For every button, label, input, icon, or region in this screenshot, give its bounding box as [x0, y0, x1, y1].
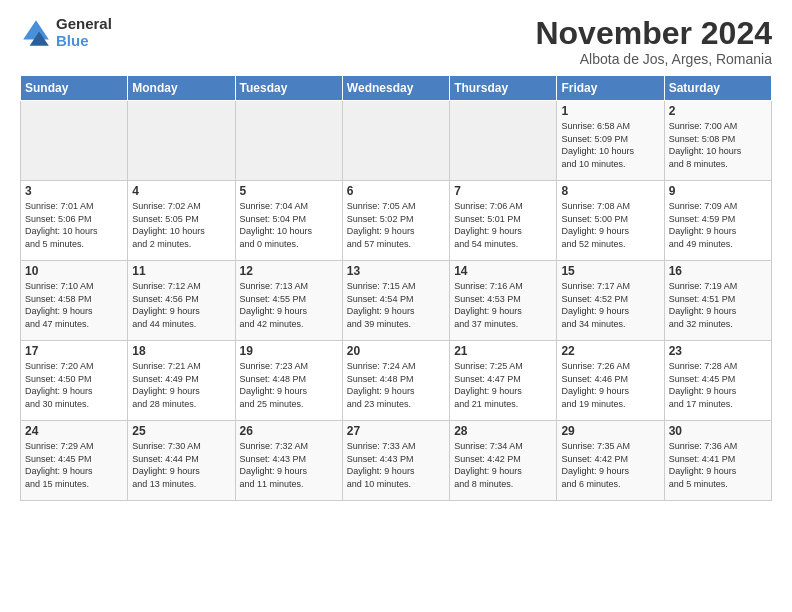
calendar-cell: 13Sunrise: 7:15 AMSunset: 4:54 PMDayligh…	[342, 261, 449, 341]
calendar-cell: 16Sunrise: 7:19 AMSunset: 4:51 PMDayligh…	[664, 261, 771, 341]
day-number: 28	[454, 424, 552, 438]
calendar-cell	[342, 101, 449, 181]
day-info: Sunrise: 7:04 AMSunset: 5:04 PMDaylight:…	[240, 200, 338, 250]
day-number: 19	[240, 344, 338, 358]
day-number: 6	[347, 184, 445, 198]
day-info: Sunrise: 7:35 AMSunset: 4:42 PMDaylight:…	[561, 440, 659, 490]
day-info: Sunrise: 7:21 AMSunset: 4:49 PMDaylight:…	[132, 360, 230, 410]
title-area: November 2024 Albota de Jos, Arges, Roma…	[535, 16, 772, 67]
calendar-cell: 19Sunrise: 7:23 AMSunset: 4:48 PMDayligh…	[235, 341, 342, 421]
calendar-cell: 20Sunrise: 7:24 AMSunset: 4:48 PMDayligh…	[342, 341, 449, 421]
calendar-cell: 6Sunrise: 7:05 AMSunset: 5:02 PMDaylight…	[342, 181, 449, 261]
day-number: 14	[454, 264, 552, 278]
calendar-cell: 17Sunrise: 7:20 AMSunset: 4:50 PMDayligh…	[21, 341, 128, 421]
day-info: Sunrise: 7:05 AMSunset: 5:02 PMDaylight:…	[347, 200, 445, 250]
location: Albota de Jos, Arges, Romania	[535, 51, 772, 67]
logo-text: General Blue	[56, 16, 112, 49]
day-info: Sunrise: 7:34 AMSunset: 4:42 PMDaylight:…	[454, 440, 552, 490]
day-number: 21	[454, 344, 552, 358]
calendar-cell: 30Sunrise: 7:36 AMSunset: 4:41 PMDayligh…	[664, 421, 771, 501]
day-number: 20	[347, 344, 445, 358]
header: General Blue November 2024 Albota de Jos…	[20, 16, 772, 67]
col-saturday: Saturday	[664, 76, 771, 101]
day-info: Sunrise: 7:00 AMSunset: 5:08 PMDaylight:…	[669, 120, 767, 170]
calendar-week-0: 1Sunrise: 6:58 AMSunset: 5:09 PMDaylight…	[21, 101, 772, 181]
page-container: General Blue November 2024 Albota de Jos…	[0, 0, 792, 511]
calendar-table: Sunday Monday Tuesday Wednesday Thursday…	[20, 75, 772, 501]
day-info: Sunrise: 7:30 AMSunset: 4:44 PMDaylight:…	[132, 440, 230, 490]
day-info: Sunrise: 7:24 AMSunset: 4:48 PMDaylight:…	[347, 360, 445, 410]
day-number: 3	[25, 184, 123, 198]
day-info: Sunrise: 7:13 AMSunset: 4:55 PMDaylight:…	[240, 280, 338, 330]
calendar-cell: 24Sunrise: 7:29 AMSunset: 4:45 PMDayligh…	[21, 421, 128, 501]
day-info: Sunrise: 7:08 AMSunset: 5:00 PMDaylight:…	[561, 200, 659, 250]
calendar-cell: 12Sunrise: 7:13 AMSunset: 4:55 PMDayligh…	[235, 261, 342, 341]
calendar-body: 1Sunrise: 6:58 AMSunset: 5:09 PMDaylight…	[21, 101, 772, 501]
day-info: Sunrise: 7:25 AMSunset: 4:47 PMDaylight:…	[454, 360, 552, 410]
calendar-cell: 25Sunrise: 7:30 AMSunset: 4:44 PMDayligh…	[128, 421, 235, 501]
day-info: Sunrise: 7:16 AMSunset: 4:53 PMDaylight:…	[454, 280, 552, 330]
day-info: Sunrise: 7:29 AMSunset: 4:45 PMDaylight:…	[25, 440, 123, 490]
calendar-cell: 23Sunrise: 7:28 AMSunset: 4:45 PMDayligh…	[664, 341, 771, 421]
day-number: 29	[561, 424, 659, 438]
month-title: November 2024	[535, 16, 772, 51]
day-info: Sunrise: 6:58 AMSunset: 5:09 PMDaylight:…	[561, 120, 659, 170]
calendar-header: Sunday Monday Tuesday Wednesday Thursday…	[21, 76, 772, 101]
col-wednesday: Wednesday	[342, 76, 449, 101]
day-number: 9	[669, 184, 767, 198]
day-number: 4	[132, 184, 230, 198]
day-number: 10	[25, 264, 123, 278]
day-info: Sunrise: 7:19 AMSunset: 4:51 PMDaylight:…	[669, 280, 767, 330]
calendar-cell: 27Sunrise: 7:33 AMSunset: 4:43 PMDayligh…	[342, 421, 449, 501]
day-number: 18	[132, 344, 230, 358]
calendar-week-1: 3Sunrise: 7:01 AMSunset: 5:06 PMDaylight…	[21, 181, 772, 261]
day-info: Sunrise: 7:02 AMSunset: 5:05 PMDaylight:…	[132, 200, 230, 250]
day-info: Sunrise: 7:32 AMSunset: 4:43 PMDaylight:…	[240, 440, 338, 490]
day-number: 16	[669, 264, 767, 278]
day-number: 24	[25, 424, 123, 438]
col-tuesday: Tuesday	[235, 76, 342, 101]
day-info: Sunrise: 7:23 AMSunset: 4:48 PMDaylight:…	[240, 360, 338, 410]
calendar-cell: 7Sunrise: 7:06 AMSunset: 5:01 PMDaylight…	[450, 181, 557, 261]
day-number: 5	[240, 184, 338, 198]
day-number: 7	[454, 184, 552, 198]
calendar-cell	[128, 101, 235, 181]
day-info: Sunrise: 7:10 AMSunset: 4:58 PMDaylight:…	[25, 280, 123, 330]
day-info: Sunrise: 7:28 AMSunset: 4:45 PMDaylight:…	[669, 360, 767, 410]
day-info: Sunrise: 7:17 AMSunset: 4:52 PMDaylight:…	[561, 280, 659, 330]
calendar-cell: 21Sunrise: 7:25 AMSunset: 4:47 PMDayligh…	[450, 341, 557, 421]
calendar-cell: 5Sunrise: 7:04 AMSunset: 5:04 PMDaylight…	[235, 181, 342, 261]
day-info: Sunrise: 7:06 AMSunset: 5:01 PMDaylight:…	[454, 200, 552, 250]
col-friday: Friday	[557, 76, 664, 101]
calendar-week-3: 17Sunrise: 7:20 AMSunset: 4:50 PMDayligh…	[21, 341, 772, 421]
day-info: Sunrise: 7:01 AMSunset: 5:06 PMDaylight:…	[25, 200, 123, 250]
day-number: 13	[347, 264, 445, 278]
day-info: Sunrise: 7:26 AMSunset: 4:46 PMDaylight:…	[561, 360, 659, 410]
day-number: 8	[561, 184, 659, 198]
calendar-cell: 10Sunrise: 7:10 AMSunset: 4:58 PMDayligh…	[21, 261, 128, 341]
day-number: 11	[132, 264, 230, 278]
logo-blue: Blue	[56, 33, 112, 50]
col-monday: Monday	[128, 76, 235, 101]
calendar-cell: 2Sunrise: 7:00 AMSunset: 5:08 PMDaylight…	[664, 101, 771, 181]
calendar-cell: 28Sunrise: 7:34 AMSunset: 4:42 PMDayligh…	[450, 421, 557, 501]
calendar-cell: 8Sunrise: 7:08 AMSunset: 5:00 PMDaylight…	[557, 181, 664, 261]
day-number: 15	[561, 264, 659, 278]
day-info: Sunrise: 7:20 AMSunset: 4:50 PMDaylight:…	[25, 360, 123, 410]
calendar-cell: 11Sunrise: 7:12 AMSunset: 4:56 PMDayligh…	[128, 261, 235, 341]
logo-general: General	[56, 16, 112, 33]
day-number: 2	[669, 104, 767, 118]
calendar-cell: 15Sunrise: 7:17 AMSunset: 4:52 PMDayligh…	[557, 261, 664, 341]
calendar-cell: 18Sunrise: 7:21 AMSunset: 4:49 PMDayligh…	[128, 341, 235, 421]
calendar-week-2: 10Sunrise: 7:10 AMSunset: 4:58 PMDayligh…	[21, 261, 772, 341]
day-info: Sunrise: 7:12 AMSunset: 4:56 PMDaylight:…	[132, 280, 230, 330]
calendar-cell: 22Sunrise: 7:26 AMSunset: 4:46 PMDayligh…	[557, 341, 664, 421]
calendar-cell: 29Sunrise: 7:35 AMSunset: 4:42 PMDayligh…	[557, 421, 664, 501]
day-info: Sunrise: 7:09 AMSunset: 4:59 PMDaylight:…	[669, 200, 767, 250]
day-info: Sunrise: 7:36 AMSunset: 4:41 PMDaylight:…	[669, 440, 767, 490]
day-number: 12	[240, 264, 338, 278]
logo: General Blue	[20, 16, 112, 49]
calendar-cell	[450, 101, 557, 181]
col-thursday: Thursday	[450, 76, 557, 101]
day-number: 30	[669, 424, 767, 438]
